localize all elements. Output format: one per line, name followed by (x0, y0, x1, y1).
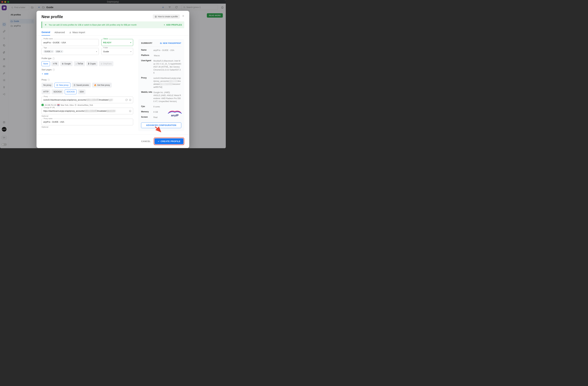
folder-label: Folder (103, 47, 109, 49)
tab-general[interactable]: General (42, 31, 50, 36)
proxy-proto-http[interactable]: HTTP (42, 89, 50, 94)
change-ip-url-input[interactable]: Change IP URL https://dashboard.anyip.io… (42, 108, 133, 114)
add-start-page-button[interactable]: ＋ADD (42, 73, 133, 75)
chevron-down-icon: ▾ (130, 51, 131, 52)
remove-tag-icon[interactable]: ✕ (51, 51, 53, 52)
profile-name-input[interactable]: anyIP.io - GUIDE - USA (42, 39, 99, 46)
plus-icon: ＋ (44, 23, 47, 27)
profile-name-label: Profile name (43, 38, 53, 40)
new-proxy-icon (56, 84, 58, 86)
profile-type-label: Profile type? (42, 57, 133, 60)
bookmark-icon (74, 84, 76, 86)
us-flag-icon (57, 104, 60, 106)
profile-type-google[interactable]: GGoogle (60, 61, 73, 66)
clock-icon (75, 104, 77, 106)
proxy-mode-noproxy[interactable]: No proxy (42, 83, 53, 88)
modal-tabs: General Advanced Mass import (37, 28, 189, 36)
summary-panel: SUMMARY NEW FINGERPRINT NameanyIP.io - G… (138, 39, 184, 131)
proxy-protocol-chips: HTTP SOCKS4 SOCKS5 SSH (42, 89, 133, 94)
fingerprint-icon (160, 42, 162, 44)
proxy-label: Proxy? (42, 79, 133, 81)
help-icon[interactable]: ? (53, 69, 55, 71)
promo-message: You can add 10 extra profiles for 10$ or… (49, 24, 162, 26)
proxy-mode-newproxy[interactable]: New proxy (54, 83, 70, 88)
status-label: Status (103, 38, 109, 40)
proxy-mode-free[interactable]: 🔥 Get free proxy (92, 83, 112, 88)
profile-type-crypto[interactable]: ₿Crypto (86, 61, 98, 66)
svg-text:anyIP: anyIP (171, 114, 178, 117)
remove-tag-icon[interactable]: ✕ (61, 51, 62, 52)
create-button-highlight: CREATE PROFILE (154, 138, 184, 145)
summary-title: SUMMARY (141, 42, 153, 44)
summary-column: SUMMARY NEW FINGERPRINT NameanyIP.io - G… (138, 39, 184, 131)
close-modal-button[interactable]: ✕ (182, 14, 184, 18)
modal-title: New profile (42, 14, 63, 19)
help-video-icon (155, 16, 157, 18)
tag-chip[interactable]: USA✕ (55, 50, 63, 53)
tags-input[interactable]: GUIDE✕ USA✕ ▾ (42, 48, 99, 55)
proxy-proto-socks4[interactable]: SOCKS4 (52, 89, 63, 94)
start-pages-label: Start pages? (42, 69, 133, 71)
check-icon: ✓ (42, 104, 44, 106)
new-fingerprint-button[interactable]: NEW FINGERPRINT (160, 42, 181, 44)
proxy-mode-saved[interactable]: Saved proxies (72, 83, 91, 88)
profile-type-fb[interactable]: fFB (51, 61, 59, 66)
proxy-proto-socks5[interactable]: SOCKS5 (65, 89, 77, 94)
profile-type-onlyfans[interactable]: ⊘OnlyFans (99, 61, 113, 66)
app-window: Dolphin{anty} (0, 0, 226, 148)
folder-select[interactable]: Guide ▾ (102, 48, 133, 55)
status-select[interactable]: READY ▾ (102, 39, 133, 46)
annotation-arrow (154, 125, 163, 134)
profile-type-none[interactable]: None (42, 61, 50, 66)
anyip-logo: anyIP (167, 109, 182, 118)
chevron-down-icon: ▾ (130, 42, 131, 43)
promo-banner: ＋ You can add 10 extra profiles for 10$ … (42, 21, 184, 28)
proxy-proto-ssh[interactable]: SSH (78, 89, 86, 94)
tags-label: Tags (43, 47, 48, 49)
refresh-icon[interactable] (125, 99, 128, 101)
chevron-down-icon: ▾ (96, 51, 97, 52)
check-icon (158, 140, 160, 142)
proxy-status: ✓ 24.198.76.119 New York, Utica America/… (42, 104, 133, 106)
add-profiles-button[interactable]: ＋ADD PROFILES (163, 23, 182, 26)
modal-footer: CANCEL CREATE PROFILE (37, 134, 189, 148)
new-profile-modal: New profile How to create a profile ✕ ＋ … (37, 11, 189, 148)
info-icon[interactable] (129, 99, 131, 101)
help-icon[interactable]: ? (48, 79, 50, 81)
proxy-mode-chips: No proxy New proxy Saved proxies 🔥 Get f… (42, 83, 133, 88)
cancel-button[interactable]: CANCEL (141, 140, 150, 142)
tab-mass-import[interactable]: Mass import (69, 31, 85, 36)
proxy-url-input[interactable]: Proxy socks5://dashboard.anyip.io/api/pr… (42, 97, 133, 103)
create-profile-button[interactable]: CREATE PROFILE (155, 138, 183, 144)
help-icon[interactable]: ? (52, 58, 55, 60)
download-icon (69, 31, 71, 34)
tag-chip[interactable]: GUIDE✕ (43, 50, 54, 53)
howto-button[interactable]: How to create a profile (153, 14, 180, 19)
flame-icon: 🔥 (94, 84, 96, 86)
form-column: Profile name anyIP.io - GUIDE - USA Stat… (42, 39, 133, 131)
optional-label: Optional (42, 115, 133, 117)
proxy-name-input[interactable]: Proxy name anyIP.io - GUIDE - USA (42, 119, 133, 125)
tab-advanced[interactable]: Advanced (54, 31, 65, 36)
profile-type-tiktok[interactable]: ♪TikTok (74, 61, 85, 66)
profile-type-chips: None fFB GGoogle ♪TikTok ₿Crypto ⊘OnlyFa… (42, 61, 133, 66)
info-icon[interactable] (129, 110, 131, 112)
optional-label: Optional (42, 126, 133, 128)
